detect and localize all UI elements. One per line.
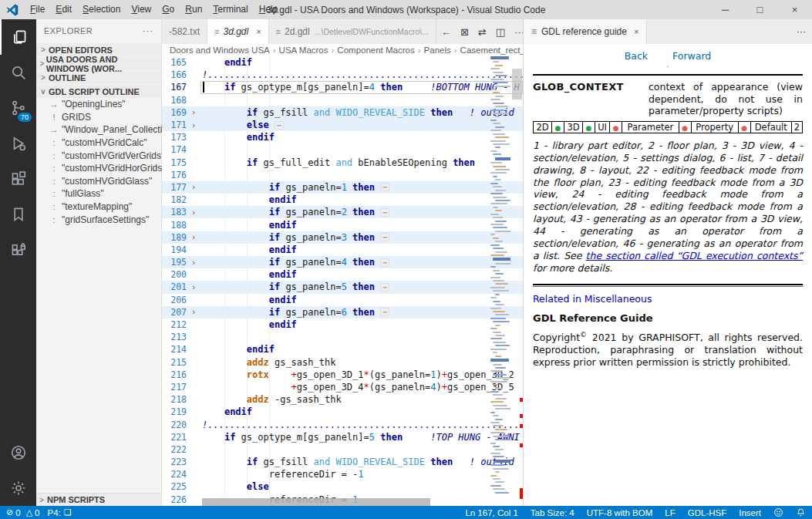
fold-chevron-icon[interactable]: › xyxy=(187,282,200,292)
code-line[interactable]: 201› if gs_paneln=5 then ⋯ xyxy=(162,281,523,293)
code-line[interactable]: 168 xyxy=(162,94,523,106)
code-line[interactable]: 175 if gs_full_edit and bEnableSEOpening… xyxy=(162,157,523,169)
related-link[interactable]: Related in Miscellaneous xyxy=(533,293,803,305)
status-insert[interactable]: Insert xyxy=(739,508,761,517)
code-line[interactable]: 177› if gs_paneln=1 then ⋯ xyxy=(162,181,523,194)
tab-3d-gdl[interactable]: ≡3d.gdl× xyxy=(207,19,269,44)
outline-item[interactable]: :"fullGlass" xyxy=(36,187,161,201)
tab--582-txt[interactable]: -582.txt xyxy=(162,19,207,44)
code-line[interactable]: 195› if gs_paneln=4 then ⋯ xyxy=(162,256,523,268)
code-line[interactable]: 215 addz gs_sash_thk xyxy=(162,356,523,369)
sidebar-more-icon[interactable]: ··· xyxy=(143,26,153,35)
code-line[interactable]: 212 endif xyxy=(162,318,523,331)
sidebar-section-usa-doors-and-windows-wor-[interactable]: >USA DOORS AND WINDOWS (WOR... xyxy=(36,56,161,70)
code-line[interactable]: 183› if gs_paneln=2 then ⋯ xyxy=(162,206,523,218)
code-line[interactable]: 165 endif xyxy=(162,56,523,69)
menu-selection[interactable]: Selection xyxy=(77,0,126,19)
code-line[interactable]: 188 endif xyxy=(162,218,523,231)
code-line[interactable]: 206 endif xyxy=(162,294,523,306)
notifications-bell-icon[interactable] xyxy=(796,507,806,517)
outline-item[interactable]: →"Window_Panel_Collection" xyxy=(36,123,161,136)
minimize-button[interactable]: ─ xyxy=(708,0,743,19)
search-icon[interactable] xyxy=(0,55,36,90)
menu-run[interactable]: Run xyxy=(180,0,207,19)
code-line[interactable]: 182 endif xyxy=(162,194,523,206)
fold-chevron-icon[interactable]: › xyxy=(187,307,200,317)
code-line[interactable]: 221 if gs_optype_m[gs_paneln]=5 then !TO… xyxy=(162,431,523,443)
code-line[interactable]: 214 endif xyxy=(162,343,523,356)
explorer-icon[interactable] xyxy=(0,19,36,55)
status-gdl-hsf[interactable]: GDL-HSF xyxy=(688,508,726,517)
code-line[interactable]: 218 addz -gs_sash_thk xyxy=(162,393,523,406)
code-line[interactable]: 167 if gs_optype_m[gs_paneln]=4 then !BO… xyxy=(162,81,523,93)
status-utf-8-with-bom[interactable]: UTF-8 with BOM xyxy=(587,508,653,517)
close-button[interactable]: × xyxy=(777,0,812,19)
code-line[interactable]: 213 xyxy=(162,331,523,343)
menu-edit[interactable]: Edit xyxy=(50,0,77,19)
settings-gear-icon[interactable] xyxy=(0,470,36,506)
forward-link[interactable]: Forward xyxy=(672,50,711,62)
outline-item[interactable]: :"customHVGridGlass" xyxy=(36,175,161,188)
code-line[interactable]: 171› else ⋯ xyxy=(162,119,523,131)
back-link[interactable]: Back xyxy=(625,50,648,62)
outline-item[interactable]: :"gridSurfaceSettings" xyxy=(36,213,161,226)
status-ln-167-col-1[interactable]: Ln 167, Col 1 xyxy=(465,508,517,517)
execution-contexts-link[interactable]: the section called “GDL execution contex… xyxy=(586,250,803,261)
code-editor[interactable]: 165 endif166!...........................… xyxy=(162,56,523,506)
outline-item[interactable]: :"customHVGridCalc" xyxy=(36,136,161,150)
extensions-icon[interactable] xyxy=(0,161,36,197)
account-icon[interactable] xyxy=(0,435,36,470)
feedback-smiley-icon[interactable] xyxy=(773,507,783,517)
close-tab-icon[interactable]: × xyxy=(256,27,261,36)
breadcrumb-item[interactable]: Component Macros xyxy=(337,45,414,55)
code-line[interactable]: 219 endif xyxy=(162,406,523,418)
code-line[interactable]: 166!....................................… xyxy=(162,69,523,81)
status-tab-size-4[interactable]: Tab Size: 4 xyxy=(531,508,574,517)
code-line[interactable]: 176 xyxy=(162,169,523,181)
compare-icon[interactable]: ⇄ xyxy=(473,26,491,38)
p4-indicator[interactable]: P4: ❏ xyxy=(48,507,74,517)
close-tab-icon[interactable]: × xyxy=(634,27,638,36)
menu-view[interactable]: View xyxy=(126,0,157,19)
open-changes-icon[interactable]: ⊠ xyxy=(456,26,473,38)
breadcrumb-item[interactable]: USA Macros xyxy=(279,45,329,55)
code-line[interactable]: 194 endif xyxy=(162,244,523,256)
fold-chevron-icon[interactable]: › xyxy=(187,207,200,217)
code-line[interactable]: 216 rotx +gs_open_3D_1*(gs_paneln=1)+gs_… xyxy=(162,369,523,381)
status-lf[interactable]: LF xyxy=(665,508,675,517)
code-line[interactable]: 189› if gs_paneln=3 then ⋯ xyxy=(162,231,523,244)
fold-chevron-icon[interactable]: › xyxy=(187,182,200,192)
code-line[interactable]: 200 endif xyxy=(162,268,523,281)
code-line[interactable]: 220!....................................… xyxy=(162,418,523,430)
code-line[interactable]: 217 +gs_open_3D_4*(gs_paneln=4)+gs_open_… xyxy=(162,381,523,393)
breadcrumb-item[interactable]: Doors and Windows USA xyxy=(170,45,270,55)
code-line[interactable]: 174 xyxy=(162,143,523,156)
minimap[interactable] xyxy=(490,56,510,495)
outline-item[interactable]: :"customHVGridHorGrids" xyxy=(36,162,161,175)
tab-2d-gdl[interactable]: ≡2d.gdl...\DetlevelDWFunctionMacro\... xyxy=(269,19,436,44)
nav-back-icon[interactable]: ← xyxy=(436,26,456,38)
source-control-icon[interactable]: 70 xyxy=(0,90,36,126)
tab-gdl-reference-guide[interactable]: ≡ GDL reference guide × xyxy=(524,19,647,44)
menu-go[interactable]: Go xyxy=(157,0,180,19)
code-line[interactable]: 222 xyxy=(162,443,523,456)
horizontal-scrollbar[interactable] xyxy=(202,498,430,506)
breadcrumb-item[interactable]: Panels xyxy=(424,45,451,55)
fold-chevron-icon[interactable]: › xyxy=(187,232,200,242)
vertical-scrollbar[interactable] xyxy=(512,69,522,99)
outline-item[interactable]: :"customHVGridVerGrids" xyxy=(36,149,161,162)
code-line[interactable]: 173 endif xyxy=(162,131,523,143)
maximize-button[interactable]: □ xyxy=(743,0,777,19)
bookmarks-icon[interactable] xyxy=(0,197,36,232)
outline-item[interactable]: :"textureMapping" xyxy=(36,201,161,214)
breadcrumb-item[interactable]: Casement_rect_usa xyxy=(460,45,523,55)
split-editor-icon[interactable]: ◫ xyxy=(491,26,510,38)
problems-indicator[interactable]: ⊘ 0 △ 0 xyxy=(6,507,40,517)
fold-chevron-icon[interactable]: › xyxy=(187,107,200,117)
menu-terminal[interactable]: Terminal xyxy=(207,0,253,19)
fold-chevron-icon[interactable]: › xyxy=(187,258,200,268)
menu-file[interactable]: File xyxy=(25,0,50,19)
code-line[interactable]: 169› if gs_fsill and WIDO_REVEAL_SIDE th… xyxy=(162,106,523,119)
run-debug-icon[interactable] xyxy=(0,126,36,161)
outline-item[interactable]: !GRIDS xyxy=(36,111,161,124)
